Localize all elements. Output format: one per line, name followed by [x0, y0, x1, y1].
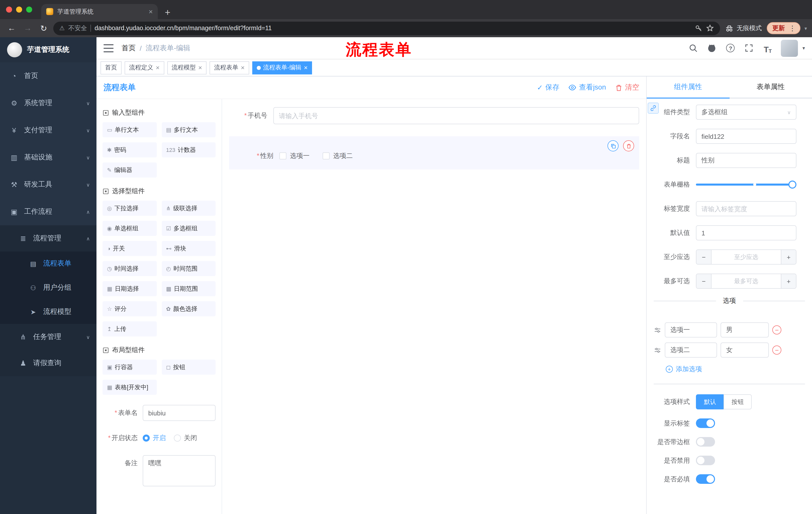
- tab-component-props[interactable]: 组件属性: [647, 77, 729, 98]
- tag-close-icon[interactable]: ×: [198, 64, 202, 72]
- style-button-button[interactable]: 按钮: [724, 394, 752, 409]
- back-button[interactable]: ←: [5, 22, 18, 35]
- github-icon[interactable]: [706, 43, 718, 54]
- component-item[interactable]: ☑ 多选框组: [162, 221, 215, 236]
- component-item[interactable]: ✎ 编辑器: [103, 162, 156, 178]
- copy-widget-button[interactable]: [608, 140, 618, 152]
- component-item[interactable]: ▩ 日期范围: [162, 281, 215, 296]
- component-item[interactable]: ▤ 多行文本: [162, 122, 215, 137]
- status-on-radio[interactable]: 开启: [143, 434, 166, 442]
- status-off-radio[interactable]: 关闭: [174, 434, 197, 442]
- save-button[interactable]: ✓ 保存: [537, 83, 559, 92]
- tag-process-form-edit[interactable]: 流程表单-编辑 ×: [252, 61, 312, 74]
- component-type-select[interactable]: 多选框组 ∨: [696, 105, 796, 120]
- increase-button[interactable]: +: [781, 250, 796, 264]
- component-item[interactable]: ◻ 按钮: [162, 360, 215, 375]
- bookmark-star-icon[interactable]: [706, 24, 714, 32]
- grid-slider[interactable]: [696, 177, 796, 192]
- tag-close-icon[interactable]: ×: [156, 64, 160, 72]
- component-item[interactable]: ☆ 评分: [103, 301, 156, 316]
- link-icon[interactable]: [648, 103, 659, 114]
- sidebar-item-process-form[interactable]: ▤ 流程表单: [0, 251, 96, 276]
- sidebar-item-dev-tools[interactable]: ⚒ 研发工具 ∨: [0, 171, 96, 198]
- tag-process-definition[interactable]: 流程定义 ×: [125, 61, 164, 74]
- gender-option2-checkbox[interactable]: 选项二: [323, 152, 353, 160]
- label-width-input[interactable]: [696, 201, 796, 216]
- default-value-input[interactable]: [696, 225, 796, 240]
- widget-gender-selected[interactable]: *性别 选项一 选项二: [229, 136, 639, 169]
- sidebar-logo[interactable]: 芋道管理系统: [0, 37, 96, 62]
- border-toggle[interactable]: [696, 437, 715, 447]
- font-size-icon[interactable]: T T: [762, 43, 773, 54]
- component-item[interactable]: ◴ 时间范围: [162, 261, 215, 276]
- toolbar-chevron-icon[interactable]: ▾: [805, 25, 807, 31]
- field-name-input[interactable]: [696, 129, 796, 144]
- clear-button[interactable]: 清空: [615, 83, 639, 92]
- max-select-stepper[interactable]: − 最多可选 +: [696, 274, 796, 289]
- style-default-button[interactable]: 默认: [696, 394, 724, 409]
- drag-handle-icon[interactable]: [654, 346, 661, 354]
- show-label-toggle[interactable]: [696, 418, 715, 428]
- window-close-button[interactable]: [6, 6, 12, 12]
- drag-handle-icon[interactable]: [654, 326, 661, 334]
- browser-menu-icon[interactable]: ⋮: [787, 24, 798, 32]
- form-remark-textarea[interactable]: 嘿嘿: [143, 455, 215, 486]
- component-item[interactable]: ⋔ 级联选择: [162, 201, 215, 216]
- required-toggle[interactable]: [696, 474, 715, 484]
- component-item[interactable]: ◷ 时间选择: [103, 261, 156, 276]
- tab-form-props[interactable]: 表单属性: [729, 77, 812, 98]
- delete-widget-button[interactable]: [623, 140, 634, 152]
- widget-phone[interactable]: *手机号: [229, 107, 639, 124]
- window-minimize-button[interactable]: [16, 6, 22, 12]
- password-key-icon[interactable]: [695, 24, 702, 32]
- option-label-input[interactable]: [665, 322, 717, 337]
- title-input[interactable]: [696, 153, 796, 168]
- decrease-button[interactable]: −: [696, 274, 712, 288]
- increase-button[interactable]: +: [781, 274, 796, 288]
- add-option-button[interactable]: + 添加选项: [666, 364, 702, 374]
- avatar-caret-icon[interactable]: ▾: [803, 45, 805, 51]
- view-json-button[interactable]: 查看json: [569, 83, 606, 92]
- component-item[interactable]: ◉ 单选框组: [103, 221, 156, 236]
- reload-button[interactable]: ↻: [37, 22, 50, 35]
- window-zoom-button[interactable]: [26, 6, 32, 12]
- url-bar[interactable]: ⚠ 不安全 dashboard.yudao.iocoder.cn/bpm/man…: [53, 21, 720, 35]
- sidebar-item-task-mgmt[interactable]: ⋔ 任务管理 ∨: [0, 324, 96, 350]
- help-icon[interactable]: ?: [725, 43, 736, 54]
- breadcrumb-home[interactable]: 首页: [122, 44, 136, 53]
- tag-home[interactable]: 首页: [100, 61, 122, 74]
- remove-option-button[interactable]: −: [772, 346, 781, 355]
- fullscreen-icon[interactable]: [744, 43, 755, 54]
- component-item[interactable]: ↥ 上传: [103, 321, 156, 336]
- component-item[interactable]: ▦ 日期选择: [103, 281, 156, 296]
- sidebar-item-process-model[interactable]: ➤ 流程模型: [0, 300, 96, 324]
- sidebar-item-user-group[interactable]: ⚇ 用户分组: [0, 276, 96, 300]
- component-item[interactable]: ◎ 下拉选择: [103, 201, 156, 216]
- sidebar-item-process-mgmt[interactable]: ≣ 流程管理 ∧: [0, 225, 96, 251]
- form-name-input[interactable]: [143, 405, 215, 421]
- component-item[interactable]: ◑ 开关: [103, 241, 156, 256]
- sidebar-toggle-button[interactable]: [104, 44, 114, 52]
- sidebar-item-infrastructure[interactable]: ▥ 基础设施 ∨: [0, 144, 96, 171]
- sidebar-item-leave-query[interactable]: ♟ 请假查询: [0, 350, 96, 376]
- new-tab-button[interactable]: +: [165, 7, 170, 17]
- update-button[interactable]: 更新 ⋮: [767, 22, 801, 34]
- tag-close-icon[interactable]: ×: [241, 64, 244, 72]
- tag-process-form[interactable]: 流程表单 ×: [209, 61, 249, 74]
- browser-tab[interactable]: 芋道管理系统 ×: [41, 4, 158, 19]
- component-item[interactable]: 123 计数器: [162, 142, 215, 157]
- option-label-input[interactable]: [665, 343, 717, 358]
- remove-option-button[interactable]: −: [772, 325, 781, 334]
- min-select-stepper[interactable]: − 至少应选 +: [696, 249, 796, 265]
- option-value-input[interactable]: [721, 343, 769, 358]
- sidebar-item-workflow[interactable]: ▣ 工作流程 ∧: [0, 198, 96, 225]
- decrease-button[interactable]: −: [696, 250, 712, 264]
- component-item[interactable]: ✿ 颜色选择: [162, 301, 215, 316]
- component-item[interactable]: ▦ 表格[开发中]: [103, 380, 156, 395]
- tag-close-icon[interactable]: ×: [304, 64, 308, 72]
- component-item[interactable]: ▭ 单行文本: [103, 122, 156, 137]
- sidebar-item-system-mgmt[interactable]: ⚙ 系统管理 ∨: [0, 89, 96, 117]
- gender-option1-checkbox[interactable]: 选项一: [279, 152, 310, 160]
- phone-input[interactable]: [273, 107, 639, 124]
- sidebar-item-home[interactable]: ◔ 首页: [0, 62, 96, 89]
